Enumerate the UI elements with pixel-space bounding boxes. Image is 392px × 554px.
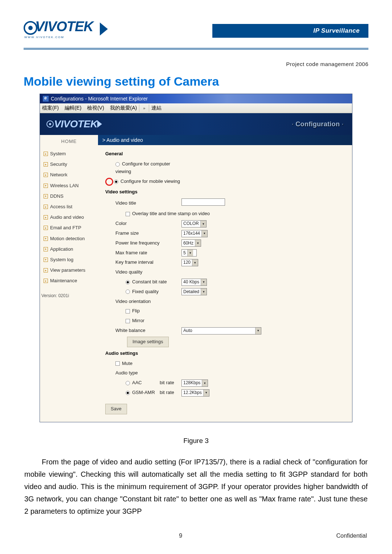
sidebar-item-motion-detection[interactable]: ▸Motion detection: [40, 233, 98, 244]
sidebar-item-wireless-lan[interactable]: ▸Wireless LAN: [40, 180, 98, 191]
mute-checkbox[interactable]: [115, 361, 120, 366]
bitrate-label: bit rate: [160, 379, 181, 387]
ie-icon: [43, 96, 49, 102]
max-frame-rate-label: Max frame rate: [105, 249, 181, 257]
video-quality-label: Video quality: [105, 268, 181, 276]
radio-constant-bitrate[interactable]: [126, 280, 130, 284]
sidebar-item-security[interactable]: ▸Security: [40, 159, 98, 169]
video-settings-heading: Video settings: [105, 189, 345, 194]
radio-aac[interactable]: [126, 381, 130, 385]
inner-logo-eye-icon: [46, 120, 54, 128]
sidebar-item-maintenance[interactable]: ▸Maintenance: [40, 275, 98, 286]
frame-size-label: Frame size: [105, 230, 181, 237]
sidebar-home[interactable]: HOME: [40, 135, 98, 148]
ie-window: Configurations - Microsoft Internet Expl…: [40, 94, 352, 422]
chevron-down-icon: ▾: [202, 380, 208, 386]
chevron-down-icon: ▾: [192, 259, 198, 266]
fixed-quality-select[interactable]: Detailed▾: [181, 288, 207, 295]
white-balance-select[interactable]: Auto▾: [181, 327, 261, 335]
body-paragraph: From the page of video and audio setting…: [24, 456, 368, 517]
chevron-down-icon: ▾: [187, 250, 193, 256]
sidebar-item-audio-video[interactable]: ▸Audio and video: [40, 212, 98, 222]
gsm-bitrate-select[interactable]: 12.2Kbps▾: [181, 389, 209, 397]
key-frame-label: Key frame interval: [105, 259, 181, 266]
ie-titlebar: Configurations - Microsoft Internet Expl…: [40, 94, 352, 103]
menu-view[interactable]: 檢視(V): [87, 105, 104, 111]
color-select[interactable]: COLOR▾: [181, 220, 207, 227]
key-frame-select[interactable]: 120▾: [181, 259, 198, 266]
chevron-down-icon: ▾: [201, 279, 207, 286]
logo-text: VIVOTEK: [35, 19, 93, 34]
sidebar-item-system[interactable]: ▸System: [40, 148, 98, 159]
sidebar-item-view-parameters[interactable]: ▸View parameters: [40, 265, 98, 275]
max-frame-rate-select[interactable]: 5▾: [181, 249, 197, 257]
sidebar-item-application[interactable]: ▸Application: [40, 244, 98, 254]
audio-type-label: Audio type: [105, 369, 181, 377]
chevron-down-icon: ▾: [201, 230, 207, 237]
chevron-down-icon: ▾: [203, 390, 209, 396]
arrow-right-icon: ▸: [44, 247, 48, 251]
vivotek-logo: VIVOTEK WWW.VIVOTEK.COM: [24, 18, 107, 44]
chevron-down-icon: ▾: [255, 328, 261, 334]
power-freq-label: Power line frequency: [105, 239, 181, 247]
flip-checkbox[interactable]: [126, 309, 130, 313]
overlay-checkbox[interactable]: [126, 212, 130, 216]
sidebar-item-ddns[interactable]: ▸DDNS: [40, 191, 98, 201]
arrow-right-icon: ▸: [44, 215, 48, 219]
arrow-right-icon: ▸: [44, 268, 48, 272]
chevron-down-icon: ▾: [201, 288, 207, 295]
sidebar-item-access-list[interactable]: ▸Access list: [40, 201, 98, 212]
general-heading: General: [105, 151, 345, 156]
page-header: VIVOTEK WWW.VIVOTEK.COM IP Surveillance: [24, 18, 368, 44]
ie-menubar: 檔案(F) 編輯(E) 檢視(V) 我的最愛(A) » 連結: [40, 103, 352, 113]
sidebar-item-system-log[interactable]: ▸System log: [40, 254, 98, 265]
radio-computer-viewing[interactable]: [115, 162, 120, 167]
white-balance-label: White balance: [105, 327, 181, 335]
video-title-label: Video title: [105, 200, 181, 207]
chevron-down-icon: ▾: [200, 221, 206, 227]
arrow-right-icon: ▸: [44, 205, 48, 209]
project-code-line: Project code management 2006: [24, 61, 368, 67]
arrow-right-icon: ▸: [44, 279, 48, 283]
chevron-right-icon[interactable]: »: [142, 106, 147, 110]
menu-file[interactable]: 檔案(F): [42, 105, 59, 111]
menu-links[interactable]: 連結: [151, 105, 162, 111]
constant-bitrate-select[interactable]: 40 Kbps▾: [181, 279, 207, 286]
bitrate-label: bit rate: [160, 389, 181, 397]
aac-bitrate-select[interactable]: 128Kbps▾: [181, 379, 208, 387]
frame-size-select[interactable]: 176x144▾: [181, 230, 208, 237]
image-settings-button[interactable]: Image settings: [127, 337, 169, 347]
inner-brand-bar: VIVOTEK Configuration: [40, 113, 352, 135]
version-label: Version: 0201i: [40, 286, 98, 302]
header-stripes: [24, 48, 368, 50]
arrow-right-icon: ▸: [44, 173, 48, 177]
power-freq-select[interactable]: 60Hz▾: [181, 239, 201, 247]
save-button[interactable]: Save: [105, 404, 127, 414]
sidebar-item-email-ftp[interactable]: ▸Email and FTP: [40, 222, 98, 233]
inner-logo-arrow-icon: [97, 120, 102, 128]
inner-logo[interactable]: VIVOTEK: [46, 118, 102, 130]
confidential-label: Confidential: [336, 533, 367, 539]
arrow-right-icon: ▸: [44, 152, 48, 156]
arrow-right-icon: ▸: [44, 194, 48, 198]
audio-settings-heading: Audio settings: [105, 350, 345, 356]
radio-gsm-amr[interactable]: [126, 391, 130, 395]
radio-fixed-quality[interactable]: [126, 290, 130, 294]
page-footer: 9 Confidential: [24, 533, 368, 539]
radio-mobile-viewing[interactable]: [114, 180, 118, 184]
arrow-right-icon: ▸: [44, 162, 48, 167]
menu-edit[interactable]: 編輯(E): [65, 105, 82, 111]
page-title: Mobile viewing setting of Camera: [24, 74, 368, 89]
sidebar-item-network[interactable]: ▸Network: [40, 169, 98, 180]
configuration-label: Configuration: [290, 120, 346, 128]
mirror-checkbox[interactable]: [126, 319, 130, 323]
logo-url: WWW.VIVOTEK.COM: [24, 36, 64, 39]
arrow-right-icon: ▸: [44, 258, 48, 262]
video-title-input[interactable]: [181, 198, 225, 206]
video-orientation-label: Video orientation: [105, 298, 181, 305]
menu-favorites[interactable]: 我的最愛(A): [110, 105, 137, 111]
logo-arrow-icon: [100, 22, 108, 36]
section-header: > Audio and video: [98, 135, 352, 145]
page-number: 9: [179, 533, 182, 539]
chevron-down-icon: ▾: [195, 240, 201, 246]
